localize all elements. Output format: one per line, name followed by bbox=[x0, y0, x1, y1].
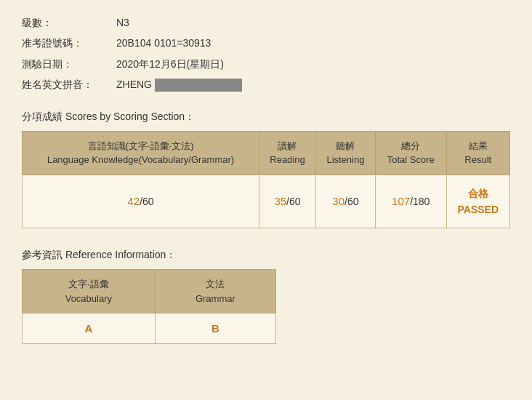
lang-score-cell: 42/60 bbox=[23, 175, 259, 228]
header-reading-en: Reading bbox=[270, 154, 305, 165]
grammar-grade: B bbox=[211, 322, 219, 335]
name-label: 姓名英文拼音： bbox=[22, 76, 116, 92]
level-value: N3 bbox=[116, 15, 129, 31]
info-section: 級數： N3 准考證號碼： 20B104 0101=30913 測驗日期： 20… bbox=[22, 15, 510, 93]
header-total-zh: 總分 bbox=[401, 140, 420, 151]
exam-id-label: 准考證號碼： bbox=[22, 35, 116, 51]
ref-vocab-zh: 文字·語彙 bbox=[68, 279, 109, 289]
listening-score: 30 bbox=[332, 195, 344, 207]
header-listening: 聽解 Listening bbox=[315, 131, 375, 175]
header-lang-zh: 言語知識(文字·語彙·文法) bbox=[88, 140, 194, 151]
name-text: ZHENG bbox=[116, 79, 152, 90]
level-label: 級數： bbox=[22, 15, 116, 31]
reading-total: 60 bbox=[289, 196, 301, 207]
date-row: 測驗日期： 2020年12月6日(星期日) bbox=[22, 56, 510, 72]
reading-score-cell: 35/60 bbox=[259, 175, 316, 228]
lang-score: 42 bbox=[127, 195, 140, 207]
total-score-cell: 107/180 bbox=[375, 175, 446, 228]
name-row: 姓名英文拼音： ZHENG bbox=[22, 76, 510, 92]
total-max: 180 bbox=[413, 196, 430, 207]
header-language: 言語知識(文字·語彙·文法) Language Knowledge(Vocabu… bbox=[23, 131, 259, 175]
reference-table: 文字·語彙 Vocabulary 文法 Grammar A B bbox=[22, 269, 276, 344]
ref-grammar-en: Grammar bbox=[196, 293, 235, 304]
ref-vocab-en: Vocabulary bbox=[65, 293, 112, 304]
exam-id-row: 准考證號碼： 20B104 0101=30913 bbox=[22, 35, 510, 51]
level-row: 級數： N3 bbox=[22, 15, 510, 31]
header-result-en: Result bbox=[464, 154, 491, 165]
scores-section-title: 分項成績 Scores by Scoring Section： bbox=[22, 111, 510, 124]
ref-grammar-zh: 文法 bbox=[206, 279, 225, 289]
score-row: 42/60 35/60 30/60 107/180 合格 PASSED bbox=[23, 175, 510, 228]
name-redacted bbox=[155, 79, 242, 92]
listening-total: 60 bbox=[347, 196, 359, 207]
reference-section: 參考資訊 Reference Information： 文字·語彙 Vocabu… bbox=[22, 249, 510, 344]
header-total: 總分 Total Score bbox=[375, 131, 446, 175]
result-passed: 合格 PASSED bbox=[453, 185, 504, 218]
ref-header-grammar: 文法 Grammar bbox=[155, 270, 275, 313]
vocabulary-grade: A bbox=[84, 322, 92, 335]
header-listening-en: Listening bbox=[326, 154, 364, 165]
ref-row: A B bbox=[23, 313, 276, 344]
header-lang-en: Language Knowledge(Vocabulary/Grammar) bbox=[47, 154, 234, 165]
header-result: 結果 Result bbox=[446, 131, 509, 175]
total-score: 107 bbox=[392, 195, 410, 207]
header-total-en: Total Score bbox=[387, 154, 435, 165]
header-result-zh: 結果 bbox=[469, 140, 488, 151]
scores-table: 言語知識(文字·語彙·文法) Language Knowledge(Vocabu… bbox=[22, 131, 510, 229]
lang-total: 60 bbox=[142, 196, 154, 207]
reading-score: 35 bbox=[274, 195, 286, 207]
grammar-grade-cell: B bbox=[155, 313, 275, 344]
ref-header-vocabulary: 文字·語彙 Vocabulary bbox=[23, 270, 156, 313]
result-cell: 合格 PASSED bbox=[446, 175, 509, 228]
header-reading: 讀解 Reading bbox=[259, 131, 316, 175]
scores-section: 分項成績 Scores by Scoring Section： 言語知識(文字·… bbox=[22, 111, 510, 229]
result-en: PASSED bbox=[457, 204, 499, 215]
exam-id-value: 20B104 0101=30913 bbox=[116, 35, 211, 51]
date-value: 2020年12月6日(星期日) bbox=[116, 56, 224, 72]
result-zh: 合格 bbox=[468, 188, 488, 199]
header-listening-zh: 聽解 bbox=[336, 140, 355, 151]
header-reading-zh: 讀解 bbox=[278, 140, 297, 151]
date-label: 測驗日期： bbox=[22, 56, 116, 72]
listening-score-cell: 30/60 bbox=[315, 175, 375, 228]
vocabulary-grade-cell: A bbox=[23, 313, 156, 344]
name-value: ZHENG bbox=[116, 76, 242, 92]
reference-section-title: 參考資訊 Reference Information： bbox=[22, 249, 510, 262]
